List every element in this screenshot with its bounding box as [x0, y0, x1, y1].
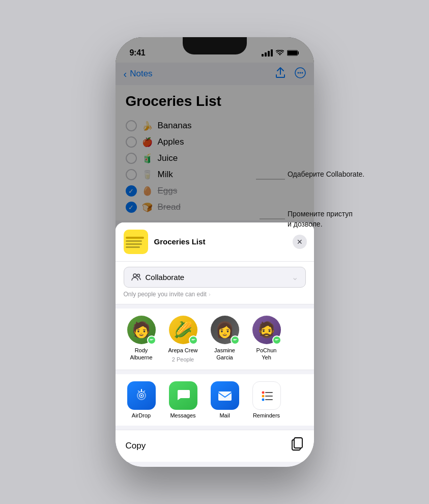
- collaborate-button[interactable]: Collaborate ⌄: [124, 267, 306, 288]
- svg-point-23: [262, 395, 264, 398]
- contacts-section: 🧑 RodyAlbuerne: [116, 309, 314, 370]
- avatar-wrap: 👩: [211, 316, 239, 344]
- contact-name-jasmine: JasmineGarcia: [214, 347, 235, 361]
- svg-rect-28: [294, 438, 302, 448]
- collaborate-section: Collaborate ⌄ Only people you invite can…: [116, 262, 314, 304]
- apps-row: AirDrop Messages: [121, 381, 309, 418]
- app-name-airdrop: AirDrop: [132, 412, 151, 418]
- app-name-messages: Messages: [170, 412, 195, 418]
- contact-rody[interactable]: 🧑 RodyAlbuerne: [123, 316, 160, 362]
- chevron-down-icon: ⌄: [292, 272, 298, 282]
- app-mail[interactable]: Mail: [206, 381, 244, 418]
- avatar-wrap: 🧔: [252, 316, 281, 344]
- app-airdrop[interactable]: AirDrop: [123, 381, 160, 418]
- close-button[interactable]: ✕: [293, 235, 307, 249]
- share-header: Groceries List ✕: [116, 222, 314, 262]
- share-sheet-overlay: Groceries List ✕: [116, 37, 314, 467]
- contacts-row: 🧑 RodyAlbuerne: [121, 316, 309, 362]
- svg-rect-20: [218, 391, 232, 401]
- permission-text[interactable]: Only people you invite can edit ›: [124, 291, 306, 298]
- svg-point-21: [262, 391, 264, 394]
- svg-point-12: [137, 274, 139, 277]
- app-reminders[interactable]: Reminders: [248, 381, 285, 418]
- contact-jasmine[interactable]: 👩 JasmineGarcia: [206, 316, 244, 362]
- collaborate-left: Collaborate: [131, 273, 185, 282]
- reminders-icon: [252, 381, 281, 410]
- airdrop-icon: [127, 381, 156, 410]
- share-sheet: Groceries List ✕: [116, 222, 314, 467]
- share-note-title: Groceries List: [154, 237, 206, 246]
- copy-row: Copy: [116, 430, 314, 462]
- apps-section: AirDrop Messages: [116, 374, 314, 426]
- phone-frame: 9:41: [116, 37, 314, 467]
- svg-point-11: [133, 274, 136, 277]
- message-badge: [189, 335, 198, 345]
- collaborate-label: Collaborate: [146, 273, 185, 282]
- contact-name-arepa: Arepa Crew: [168, 347, 197, 354]
- app-name-reminders: Reminders: [253, 412, 280, 418]
- copy-icon[interactable]: [292, 437, 304, 455]
- mail-icon: [211, 381, 239, 410]
- copy-button[interactable]: Copy: [126, 441, 146, 451]
- contact-subtitle-arepa: 2 People: [172, 356, 194, 362]
- people-icon: [131, 273, 141, 281]
- contact-pochun[interactable]: 🧔 PoChunYeh: [248, 316, 285, 362]
- contact-arepa[interactable]: 🌽 Arepa Crew 2 People: [164, 316, 202, 362]
- message-badge: [147, 335, 156, 345]
- messages-icon: [169, 381, 197, 410]
- contact-name-pochun: PoChunYeh: [256, 347, 277, 361]
- app-name-mail: Mail: [219, 412, 230, 418]
- note-icon: [124, 230, 148, 254]
- avatar-wrap: 🌽: [169, 316, 197, 344]
- svg-point-25: [262, 399, 264, 401]
- contact-name-rody: RodyAlbuerne: [130, 347, 152, 361]
- message-badge: [272, 335, 281, 345]
- app-messages[interactable]: Messages: [164, 381, 202, 418]
- svg-point-19: [140, 395, 142, 397]
- permission-chevron-icon: ›: [209, 291, 211, 297]
- message-badge: [231, 335, 240, 345]
- avatar-wrap: 🧑: [127, 316, 156, 344]
